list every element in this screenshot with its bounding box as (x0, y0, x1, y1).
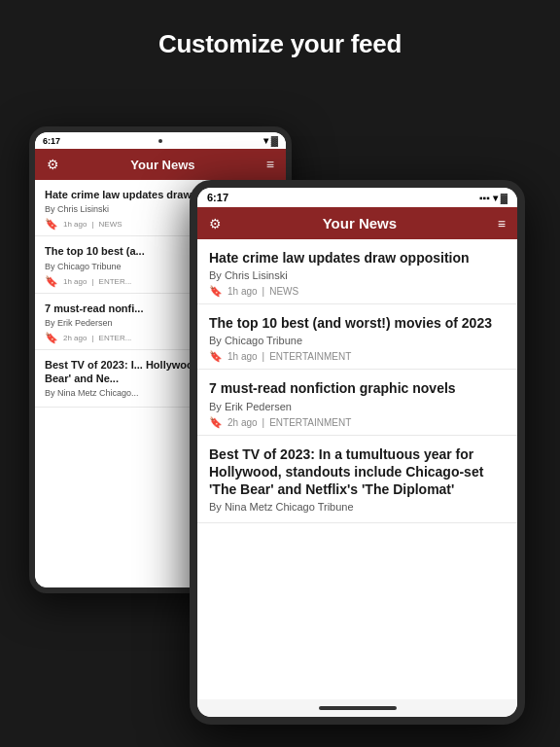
back-bookmark-1: 🔖 (45, 218, 58, 231)
front-meta-2-cat: ENTERTAINMENT (269, 351, 351, 362)
back-app-header: ⚙ Your News ≡ (35, 149, 286, 180)
back-meta-1-time: 1h ago (63, 220, 87, 229)
front-meta-3-sep: | (262, 417, 265, 428)
front-meta-3-cat: ENTERTAINMENT (269, 417, 351, 428)
page-title: Customize your feed (0, 0, 560, 59)
front-status-bar: 6:17 ▪▪▪ ▾ ▓ (197, 188, 517, 207)
front-wifi-icon: ▾ (493, 193, 498, 203)
front-article-2-meta: 🔖 1h ago | ENTERTAINMENT (209, 350, 506, 363)
front-article-3-byline: By Erik Pedersen (209, 401, 506, 412)
back-filter-icon[interactable]: ≡ (266, 157, 274, 172)
front-home-indicator (197, 699, 517, 717)
front-meta-2-sep: | (262, 351, 265, 362)
front-home-bar (319, 706, 397, 710)
tablet-front: 6:17 ▪▪▪ ▾ ▓ ⚙ Your News ≡ Hate crime la… (190, 180, 525, 725)
front-meta-3-time: 2h ago (228, 417, 258, 428)
back-settings-icon[interactable]: ⚙ (47, 157, 59, 172)
front-bookmark-3: 🔖 (209, 416, 223, 429)
front-article-1[interactable]: Hate crime law updates draw opposition B… (197, 239, 517, 304)
back-meta-3-cat: ENTER... (99, 334, 132, 342)
tablet-front-screen: 6:17 ▪▪▪ ▾ ▓ ⚙ Your News ≡ Hate crime la… (197, 188, 517, 717)
front-header-title: Your News (323, 215, 397, 231)
front-app-header: ⚙ Your News ≡ (197, 207, 517, 239)
back-meta-2-cat: ENTER... (99, 277, 132, 286)
back-meta-3-time: 2h ago (63, 334, 87, 342)
front-meta-1-time: 1h ago (228, 286, 258, 297)
front-bookmark-2: 🔖 (209, 350, 223, 363)
back-battery-icon: ▓ (271, 135, 278, 146)
back-meta-2-sep: | (91, 277, 93, 286)
front-battery-icon: ▓ (501, 193, 508, 203)
back-header-title: Your News (130, 158, 194, 172)
front-meta-2-time: 1h ago (228, 351, 258, 362)
front-bookmark-1: 🔖 (209, 285, 223, 298)
back-meta-1-cat: NEWS (99, 220, 122, 229)
back-status-icons: ▾ ▓ (263, 135, 278, 146)
back-time: 6:17 (43, 136, 60, 146)
front-status-icons: ▪▪▪ ▾ ▓ (479, 193, 508, 203)
back-bookmark-2: 🔖 (45, 275, 58, 288)
front-article-2[interactable]: The top 10 best (and worst!) movies of 2… (197, 304, 517, 370)
front-article-3-meta: 🔖 2h ago | ENTERTAINMENT (209, 416, 506, 429)
front-settings-icon[interactable]: ⚙ (209, 216, 222, 231)
front-article-3[interactable]: 7 must-read nonfiction graphic novels By… (197, 370, 517, 435)
front-article-2-title: The top 10 best (and worst!) movies of 2… (209, 314, 506, 332)
back-meta-1-sep: | (91, 220, 93, 229)
front-article-1-byline: By Chris Lisinski (209, 269, 506, 281)
front-article-4[interactable]: Best TV of 2023: In a tumultuous year fo… (197, 436, 517, 524)
front-meta-1-cat: NEWS (269, 286, 298, 297)
back-wifi-icon: ▾ (263, 135, 268, 146)
back-meta-3-sep: | (91, 334, 93, 342)
front-news-content: Hate crime law updates draw opposition B… (197, 239, 517, 699)
front-article-1-title: Hate crime law updates draw opposition (209, 249, 506, 267)
front-article-3-title: 7 must-read nonfiction graphic novels (209, 379, 506, 397)
front-time: 6:17 (207, 192, 228, 203)
front-signal-icon: ▪▪▪ (479, 193, 490, 203)
back-meta-2-time: 1h ago (63, 277, 87, 286)
front-article-1-meta: 🔖 1h ago | NEWS (209, 285, 506, 298)
back-bookmark-3: 🔖 (45, 332, 58, 344)
front-meta-1-sep: | (262, 286, 265, 297)
front-filter-icon[interactable]: ≡ (498, 216, 506, 231)
front-article-4-title: Best TV of 2023: In a tumultuous year fo… (209, 445, 506, 499)
front-article-4-byline: By Nina Metz Chicago Tribune (209, 501, 506, 513)
front-article-2-byline: By Chicago Tribune (209, 335, 506, 346)
